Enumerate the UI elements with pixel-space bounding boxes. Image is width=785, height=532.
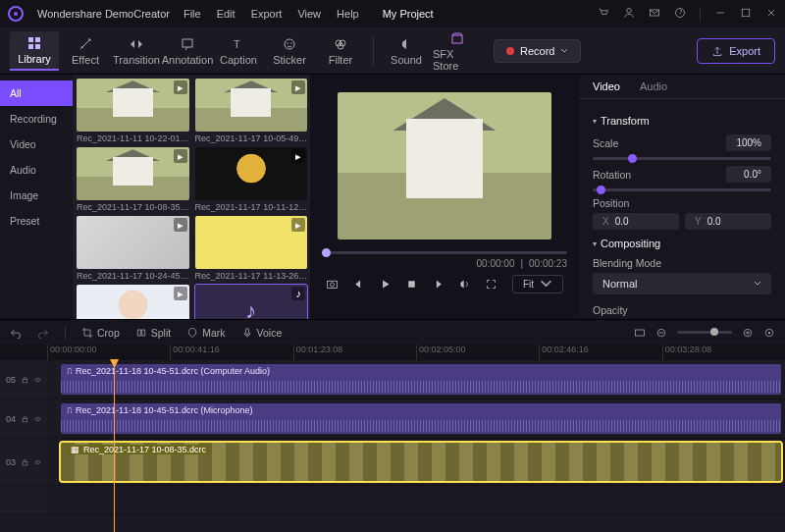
media-item[interactable]: ▸Rec_2021-11-17 10-11-12… — [195, 147, 308, 212]
video-icon: ▸ — [291, 218, 305, 232]
media-item[interactable]: ▸Rec_2021-11-17 10-05-49… — [195, 79, 308, 143]
svg-rect-20 — [328, 281, 338, 288]
playback-controls: Fit — [322, 275, 567, 293]
media-item[interactable]: ▸Rec_2021-11-17 11-13-26… — [195, 216, 308, 281]
play-icon[interactable] — [379, 278, 392, 291]
track-head[interactable] — [0, 486, 47, 514]
maximize-icon[interactable] — [740, 7, 752, 21]
help-icon[interactable] — [674, 7, 686, 21]
next-frame-icon[interactable] — [432, 278, 445, 291]
seek-bar[interactable] — [322, 251, 567, 254]
zoom-slider[interactable] — [677, 331, 732, 334]
preview-panel: 00:00:00 | 00:00:23 Fit — [310, 75, 579, 319]
tab-filter[interactable]: Filter — [316, 32, 365, 70]
crop-button[interactable]: Crop — [81, 327, 120, 339]
ruler-tick: 00:01:23:08 — [293, 345, 416, 360]
track-head[interactable]: 05 — [0, 360, 47, 399]
minimize-icon[interactable] — [714, 7, 726, 21]
volume-icon[interactable] — [458, 278, 471, 291]
track-row — [0, 486, 785, 515]
section-transform[interactable]: Transform — [593, 115, 771, 127]
prev-frame-icon[interactable] — [352, 278, 365, 291]
tab-sound[interactable]: Sound — [382, 32, 431, 70]
tab-filter-label: Filter — [329, 54, 352, 66]
menu-edit[interactable]: Edit — [217, 8, 236, 20]
timeline-clip-audio[interactable]: ⎍Rec_2021-11-18 10-45-51.dcrc (Microphon… — [61, 403, 781, 434]
close-icon[interactable] — [765, 7, 777, 21]
tab-sticker[interactable]: Sticker — [265, 32, 314, 70]
media-item[interactable]: ▸Rec_2021-11-17 11-20-49… — [77, 285, 189, 319]
track-head[interactable]: 03 — [0, 439, 47, 485]
svg-point-10 — [81, 46, 83, 48]
user-icon[interactable] — [623, 7, 635, 21]
tab-effect[interactable]: Effect — [61, 32, 110, 70]
timeline-ruler[interactable]: 00:00:00:00 00:00:41:16 00:01:23:08 00:0… — [0, 345, 785, 360]
blend-mode-select[interactable]: Normal — [593, 273, 771, 294]
export-label: Export — [729, 45, 760, 57]
record-button[interactable]: Record — [494, 39, 581, 63]
tab-caption[interactable]: TCaption — [214, 32, 263, 70]
media-item[interactable]: ♪+Rec_2021-11-18 10-45-51… — [195, 285, 308, 319]
menu-view[interactable]: View — [297, 8, 321, 20]
undo-button[interactable] — [10, 327, 22, 339]
auto-ripple-icon[interactable] — [634, 327, 646, 339]
cat-preset[interactable]: Preset — [0, 208, 73, 234]
rotation-slider[interactable] — [593, 188, 771, 191]
zoom-fit-icon[interactable] — [763, 327, 775, 339]
zoom-in-icon[interactable] — [742, 327, 754, 339]
titlebar-actions — [598, 7, 777, 21]
timeline-toolbar: Crop Split Mark Voice — [0, 319, 785, 345]
timeline-clip-video[interactable]: ▦Rec_2021-11-17 10-08-35.dcrc — [61, 443, 781, 481]
media-item[interactable]: ▸Rec_2021-11-17 10-08-35… — [77, 147, 189, 212]
preview-canvas[interactable] — [338, 92, 551, 239]
cat-recording[interactable]: Recording — [0, 106, 73, 132]
scale-value[interactable]: 100% — [726, 134, 771, 151]
tab-library[interactable]: Library — [10, 31, 59, 71]
rotation-value[interactable]: 0.0° — [726, 166, 771, 183]
menu-export[interactable]: Export — [251, 8, 283, 20]
cat-audio[interactable]: Audio — [0, 157, 73, 183]
cat-image[interactable]: Image — [0, 183, 73, 208]
split-button[interactable]: Split — [135, 327, 171, 339]
zoom-fit-select[interactable]: Fit — [512, 275, 563, 293]
export-button[interactable]: Export — [697, 38, 775, 64]
library-categories: All Recording Video Audio Image Preset — [0, 75, 73, 319]
eye-icon[interactable] — [34, 457, 41, 467]
position-x-input[interactable]: X0.0 — [593, 213, 679, 230]
menu-help[interactable]: Help — [337, 8, 359, 20]
proptab-video[interactable]: Video — [593, 80, 620, 92]
tab-library-label: Library — [18, 53, 51, 65]
cat-all[interactable]: All — [0, 80, 73, 106]
media-item[interactable]: ▸Rec_2021-11-17 10-24-45… — [77, 216, 189, 281]
proptab-audio[interactable]: Audio — [640, 80, 667, 92]
stop-icon[interactable] — [405, 278, 418, 291]
video-icon: ▸ — [174, 149, 187, 163]
svg-point-36 — [37, 461, 38, 462]
mail-icon[interactable] — [649, 7, 660, 21]
timeline-clip-audio[interactable]: ⎍Rec_2021-11-18 10-45-51.dcrc (Computer … — [61, 364, 781, 395]
tab-transition[interactable]: Transition — [112, 32, 161, 70]
eye-icon[interactable] — [34, 375, 41, 385]
lock-icon[interactable] — [22, 414, 28, 424]
section-compositing[interactable]: Compositing — [593, 238, 771, 249]
tab-annotation[interactable]: Annotation — [163, 32, 212, 70]
track-head[interactable]: 04 — [0, 399, 47, 438]
voice-button[interactable]: Voice — [241, 327, 283, 339]
cat-video[interactable]: Video — [0, 132, 73, 157]
lock-icon[interactable] — [22, 375, 28, 385]
cart-icon[interactable] — [598, 7, 609, 21]
snapshot-icon[interactable] — [326, 278, 339, 291]
position-y-input[interactable]: Y0.0 — [685, 213, 771, 230]
eye-icon[interactable] — [34, 414, 41, 424]
zoom-out-icon[interactable] — [655, 327, 667, 339]
fullscreen-icon[interactable] — [485, 278, 497, 291]
media-item[interactable]: ▸Rec_2021-11-11 10-22-01… — [77, 79, 189, 143]
tab-sfx-store[interactable]: SFX Store — [433, 27, 482, 76]
menu-file[interactable]: File — [183, 8, 201, 20]
mark-button[interactable]: Mark — [186, 327, 225, 339]
lock-icon[interactable] — [22, 457, 28, 467]
scale-slider[interactable] — [593, 157, 771, 160]
playhead[interactable] — [114, 360, 115, 532]
svg-point-1 — [14, 12, 18, 16]
redo-button[interactable] — [37, 327, 49, 339]
